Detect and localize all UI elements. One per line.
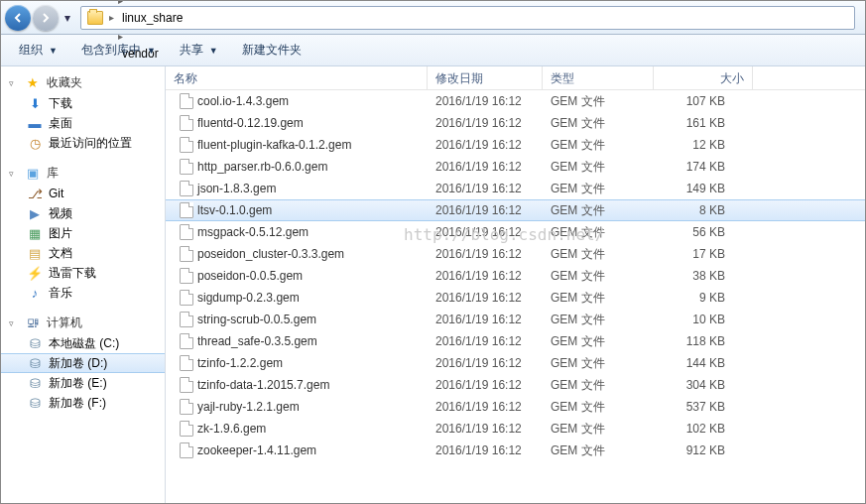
desktop-icon: ▬ <box>27 115 43 131</box>
sidebar-item-label: 最近访问的位置 <box>49 135 132 152</box>
file-date: 2016/1/19 16:12 <box>428 443 543 457</box>
column-size[interactable]: 大小 <box>654 66 753 89</box>
file-date: 2016/1/19 16:12 <box>428 182 543 195</box>
sidebar-item[interactable]: ▤文档 <box>1 243 165 263</box>
include-in-library-button[interactable]: 包含到库中▼ <box>71 39 166 62</box>
libraries-group: ▿▣库 ⎇Git▶视频▦图片▤文档⚡迅雷下载♪音乐 <box>1 163 165 303</box>
sidebar-item[interactable]: ⛁新加卷 (E:) <box>1 373 165 393</box>
forward-button[interactable] <box>33 5 59 31</box>
breadcrumb-2[interactable]: linux_share <box>116 7 188 29</box>
sidebar-item[interactable]: ⬇下载 <box>1 93 165 113</box>
file-date: 2016/1/19 16:12 <box>428 94 543 108</box>
file-size: 38 KB <box>654 269 753 283</box>
file-type: GEM 文件 <box>543 355 654 372</box>
file-type: GEM 文件 <box>543 333 654 350</box>
column-type[interactable]: 类型 <box>543 66 654 89</box>
file-icon <box>180 355 193 371</box>
file-type: GEM 文件 <box>543 312 654 328</box>
column-headers: 名称 修改日期 类型 大小 <box>166 66 865 90</box>
pic-icon: ▦ <box>27 225 43 241</box>
file-row[interactable]: zk-1.9.6.gem2016/1/19 16:12GEM 文件102 KB <box>166 418 865 440</box>
file-size: 144 KB <box>654 356 753 370</box>
file-size: 161 KB <box>654 116 753 130</box>
file-size: 17 KB <box>654 247 753 261</box>
file-type: GEM 文件 <box>543 268 654 285</box>
file-row[interactable]: yajl-ruby-1.2.1.gem2016/1/19 16:12GEM 文件… <box>166 396 865 418</box>
file-row[interactable]: json-1.8.3.gem2016/1/19 16:12GEM 文件149 K… <box>166 178 865 199</box>
file-size: 102 KB <box>654 422 753 436</box>
file-size: 118 KB <box>654 334 753 348</box>
file-type: GEM 文件 <box>543 246 654 263</box>
favorites-header[interactable]: ▿★收藏夹 <box>1 72 165 93</box>
doc-icon: ▤ <box>27 245 43 261</box>
new-folder-button[interactable]: 新建文件夹 <box>232 39 311 62</box>
organize-button[interactable]: 组织▼ <box>9 39 67 62</box>
file-row[interactable]: poseidon_cluster-0.3.3.gem2016/1/19 16:1… <box>166 243 865 265</box>
computer-header[interactable]: ▿🖳计算机 <box>1 313 165 333</box>
file-type: GEM 文件 <box>543 159 654 176</box>
star-icon: ★ <box>25 75 41 91</box>
sidebar-item[interactable]: ⛁新加卷 (F:) <box>1 393 165 413</box>
file-name: fluentd-0.12.19.gem <box>166 115 428 131</box>
file-date: 2016/1/19 16:12 <box>428 269 543 283</box>
file-date: 2016/1/19 16:12 <box>428 225 543 239</box>
file-name: tzinfo-data-1.2015.7.gem <box>166 377 428 393</box>
file-name: thread_safe-0.3.5.gem <box>166 333 428 349</box>
sidebar-item-label: 下载 <box>49 95 72 112</box>
file-row[interactable]: sigdump-0.2.3.gem2016/1/19 16:12GEM 文件9 … <box>166 287 865 309</box>
file-row[interactable]: string-scrub-0.0.5.gem2016/1/19 16:12GEM… <box>166 309 865 330</box>
git-icon: ⎇ <box>27 186 43 201</box>
file-size: 149 KB <box>654 182 753 195</box>
file-icon <box>180 181 193 196</box>
sidebar-item[interactable]: ♪音乐 <box>1 283 165 303</box>
file-row[interactable]: ltsv-0.1.0.gem2016/1/19 16:12GEM 文件8 KB <box>166 199 865 221</box>
sidebar-item-label: 新加卷 (E:) <box>49 375 107 392</box>
sidebar-item-label: 本地磁盘 (C:) <box>49 335 119 352</box>
file-row[interactable]: fluent-plugin-kafka-0.1.2.gem2016/1/19 1… <box>166 134 865 156</box>
file-row[interactable]: http_parser.rb-0.6.0.gem2016/1/19 16:12G… <box>166 156 865 178</box>
file-name: zk-1.9.6.gem <box>166 421 428 437</box>
sidebar-item[interactable]: ▬桌面 <box>1 113 165 133</box>
sidebar-item[interactable]: ⎇Git <box>1 184 165 203</box>
chevron-right-icon: ▸ <box>107 12 116 23</box>
sidebar-item[interactable]: ⛁本地磁盘 (C:) <box>1 333 165 353</box>
file-type: GEM 文件 <box>543 442 654 459</box>
favorites-group: ▿★收藏夹 ⬇下载▬桌面◷最近访问的位置 <box>1 72 165 153</box>
sidebar-item[interactable]: ⚡迅雷下载 <box>1 263 165 283</box>
share-button[interactable]: 共享▼ <box>170 39 228 62</box>
file-row[interactable]: msgpack-0.5.12.gem2016/1/19 16:12GEM 文件5… <box>166 221 865 243</box>
file-type: GEM 文件 <box>543 93 654 110</box>
file-name: sigdump-0.2.3.gem <box>166 290 428 306</box>
file-row[interactable]: tzinfo-data-1.2015.7.gem2016/1/19 16:12G… <box>166 374 865 396</box>
computer-icon: 🖳 <box>25 315 41 331</box>
file-type: GEM 文件 <box>543 290 654 307</box>
sidebar-item-label: 文档 <box>49 245 72 262</box>
file-row[interactable]: fluentd-0.12.19.gem2016/1/19 16:12GEM 文件… <box>166 112 865 134</box>
address-bar[interactable]: ▸ 计算机▸新加卷 (D:)▸linux_share▸vendor▸cache <box>80 6 855 30</box>
sidebar-item[interactable]: ⛁新加卷 (D:) <box>1 353 165 373</box>
file-type: GEM 文件 <box>543 202 654 219</box>
column-date[interactable]: 修改日期 <box>428 66 543 89</box>
file-row[interactable]: poseidon-0.0.5.gem2016/1/19 16:12GEM 文件3… <box>166 265 865 287</box>
file-row[interactable]: tzinfo-1.2.2.gem2016/1/19 16:12GEM 文件144… <box>166 352 865 374</box>
file-row[interactable]: thread_safe-0.3.5.gem2016/1/19 16:12GEM … <box>166 330 865 352</box>
file-icon <box>180 202 193 218</box>
music-icon: ♪ <box>27 285 43 301</box>
file-date: 2016/1/19 16:12 <box>428 422 543 436</box>
file-type: GEM 文件 <box>543 181 654 197</box>
libraries-header[interactable]: ▿▣库 <box>1 163 165 184</box>
sidebar-item[interactable]: ▦图片 <box>1 223 165 243</box>
history-dropdown[interactable]: ▾ <box>61 7 74 29</box>
file-icon <box>180 421 193 437</box>
column-name[interactable]: 名称 <box>166 66 428 89</box>
file-row[interactable]: zookeeper-1.4.11.gem2016/1/19 16:12GEM 文… <box>166 440 865 461</box>
file-date: 2016/1/19 16:12 <box>428 334 543 348</box>
file-date: 2016/1/19 16:12 <box>428 160 543 174</box>
file-name: yajl-ruby-1.2.1.gem <box>166 399 428 415</box>
back-button[interactable] <box>5 5 31 31</box>
sidebar-item[interactable]: ▶视频 <box>1 203 165 223</box>
file-date: 2016/1/19 16:12 <box>428 400 543 414</box>
sidebar-item[interactable]: ◷最近访问的位置 <box>1 133 165 153</box>
file-row[interactable]: cool.io-1.4.3.gem2016/1/19 16:12GEM 文件10… <box>166 90 865 112</box>
file-date: 2016/1/19 16:12 <box>428 138 543 152</box>
